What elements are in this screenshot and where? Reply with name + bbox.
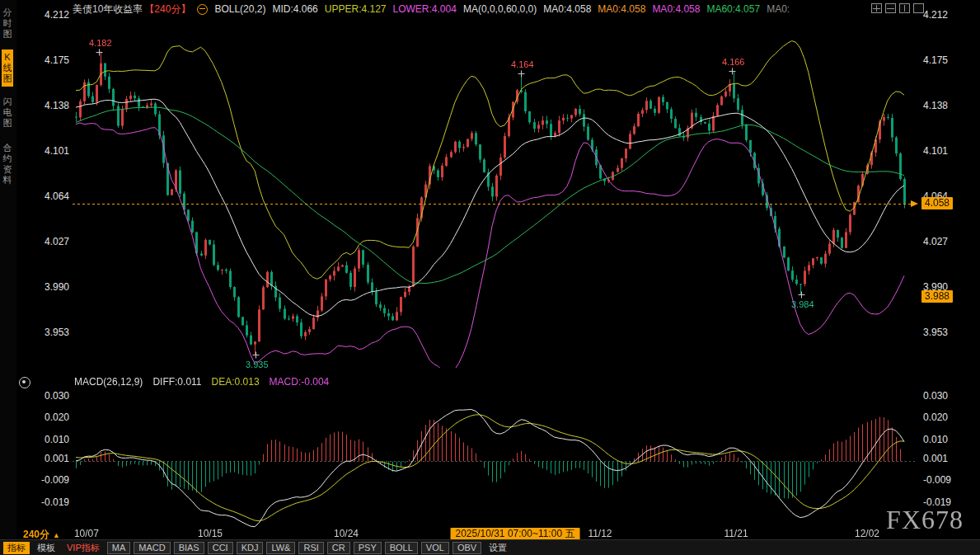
time-axis-label: 12/02 (855, 528, 879, 539)
toolbar-button-macd[interactable]: MACD (134, 542, 170, 554)
macd-hist-value: MACD:-0.004 (270, 376, 330, 388)
axis-tick-label: 0.020 (923, 412, 948, 423)
toolbar-button-settings[interactable]: 设置 (485, 542, 511, 554)
left-sidebar: 分时图 K线图 闪电图 合约资料 (0, 0, 16, 555)
macd-dea-value: DEA:0.013 (212, 376, 260, 388)
sidebar-tab-lightning-chart[interactable]: 闪电图 (2, 94, 13, 131)
toolbar-button-psy[interactable]: PSY (354, 542, 382, 554)
time-axis-label: 10/24 (334, 528, 359, 539)
time-axis-label: 11/12 (588, 528, 612, 539)
watermark: FX678 (886, 505, 964, 535)
toolbar-button-cr[interactable]: CR (327, 542, 350, 554)
axis-tick-label: 0.001 (923, 453, 948, 464)
axis-tick-label: -0.009 (41, 474, 69, 486)
axis-tick-label: 3.953 (923, 327, 948, 338)
bottom-toolbar: 指标模板VIP指标MAMACDBIASCCIKDJLW&RSICRPSYBOLL… (0, 539, 980, 555)
axis-tick-label: -0.019 (41, 496, 69, 508)
axis-tick-label: 0.030 (45, 390, 69, 402)
axis-tick-label: 0.010 (923, 434, 948, 445)
time-axis-label: 10/15 (198, 528, 223, 539)
axis-tick-label: 0.020 (45, 412, 69, 423)
sidebar-tab-time-chart[interactable]: 分时图 (2, 5, 13, 42)
axis-tick-label: 4.212 (45, 9, 69, 21)
axis-tick-label: 0.001 (45, 453, 69, 464)
toolbar-button-bias[interactable]: BIAS (174, 542, 204, 554)
toolbar-button-lw[interactable]: LW& (266, 542, 295, 554)
axis-tick-label: 4.138 (923, 100, 948, 111)
axis-tick-label: 4.175 (45, 54, 69, 66)
price-axis-right: 4.2124.1754.1384.1014.0644.0273.9903.953… (922, 0, 980, 555)
toolbar-button-vol[interactable]: VOL (421, 542, 449, 554)
macd-header-bar: MACD(26,12,9) DIFF:0.011 DEA:0.013 MACD:… (74, 376, 329, 388)
time-axis-label: 11/21 (724, 528, 748, 539)
axis-tick-label: 4.101 (45, 145, 69, 157)
axis-tick-label: 4.212 (923, 9, 948, 21)
axis-tick-label: -0.009 (923, 474, 951, 486)
toolbar-button-boll[interactable]: BOLL (385, 542, 418, 554)
macd-params-label: MACD(26,12,9) (74, 376, 143, 388)
axis-tick-label: 3.990 (45, 281, 69, 293)
sidebar-tab-candlestick-chart[interactable]: K线图 (2, 49, 13, 87)
toolbar-button-ma[interactable]: MA (107, 542, 131, 554)
toolbar-button-kdj[interactable]: KDJ (237, 542, 264, 554)
axis-tick-label: 4.027 (923, 236, 948, 247)
axis-tick-label: 4.138 (45, 100, 69, 111)
time-axis-label: 10/07 (74, 528, 99, 539)
toolbar-button-vip-indicators[interactable]: VIP指标 (63, 542, 104, 554)
axis-tick-label: 3.953 (45, 327, 69, 338)
toolbar-button-templates[interactable]: 模板 (33, 542, 59, 554)
current-price-badge: 4.058 (921, 197, 953, 209)
axis-tick-label: 0.010 (45, 434, 69, 445)
macd-diff-value: DIFF:0.011 (152, 376, 201, 388)
price-level-badge: 3.988 (921, 290, 953, 303)
macd-chart-canvas[interactable] (73, 388, 920, 528)
axis-tick-label: 4.175 (923, 54, 948, 66)
selected-time-label: 2025/10/31 07:00~11:00 五 (450, 528, 579, 540)
trading-app-window: 分时图 K线图 闪电图 合约资料 美债10年收益率 【240分】 BOLL(20… (0, 0, 980, 555)
toolbar-button-cci[interactable]: CCI (208, 542, 233, 554)
axis-tick-label: 4.064 (45, 190, 69, 202)
price-chart-canvas[interactable] (73, 12, 920, 368)
axis-tick-label: 0.030 (923, 390, 948, 402)
sidebar-tab-contract-info[interactable]: 合约资料 (2, 140, 13, 188)
axis-tick-label: 4.027 (45, 236, 69, 247)
axis-tick-label: 4.101 (923, 145, 948, 157)
toolbar-button-indicators[interactable]: 指标 (3, 542, 30, 554)
toolbar-button-rsi[interactable]: RSI (298, 542, 323, 554)
indicator-panel-target-icon[interactable] (19, 377, 30, 388)
toolbar-button-obv[interactable]: OBV (452, 542, 481, 554)
period-up-arrow-icon: ▲ (53, 531, 60, 539)
